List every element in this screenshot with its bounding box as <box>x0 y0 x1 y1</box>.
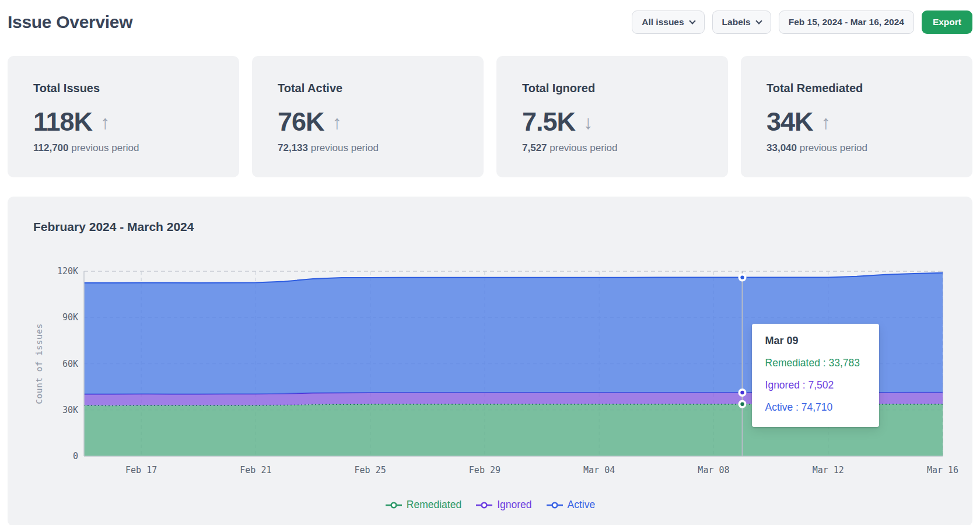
export-button[interactable]: Export <box>922 10 972 34</box>
stat-label: Total Remediated <box>766 82 947 95</box>
stat-previous-period: 33,040 previous period <box>766 142 947 154</box>
svg-text:Feb 25: Feb 25 <box>355 465 386 475</box>
svg-text:Mar 04: Mar 04 <box>583 465 615 475</box>
header-controls: All issues Labels Feb 15, 2024 - Mar 16,… <box>632 10 972 34</box>
legend-item-active[interactable]: Active <box>546 499 596 511</box>
stat-value: 76K <box>278 107 324 137</box>
date-range-picker[interactable]: Feb 15, 2024 - Mar 16, 2024 <box>779 10 914 34</box>
stat-previous-suffix: previous period <box>547 142 618 153</box>
svg-text:90K: 90K <box>62 312 78 323</box>
stat-previous-value: 112,700 <box>33 142 69 153</box>
stats-row: Total Issues 118K ↑ 112,700 previous per… <box>8 56 972 177</box>
stat-previous-value: 33,040 <box>766 142 797 153</box>
stat-previous-suffix: previous period <box>797 142 867 153</box>
legend-item-remediated[interactable]: Remediated <box>385 499 461 511</box>
svg-text:120K: 120K <box>57 266 78 276</box>
trend-up-icon: ↑ <box>821 113 831 132</box>
stat-card-total-active: Total Active 76K ↑ 72,133 previous perio… <box>252 56 484 177</box>
svg-text:60K: 60K <box>62 359 78 369</box>
stat-card-total-remediated: Total Remediated 34K ↑ 33,040 previous p… <box>741 56 972 177</box>
svg-text:30K: 30K <box>62 405 78 415</box>
legend-marker-icon <box>475 502 493 509</box>
stat-previous-value: 7,527 <box>522 142 547 153</box>
chart-tooltip: Mar 09 Remediated : 33,783 Ignored : 7,5… <box>752 324 879 427</box>
stat-card-total-issues: Total Issues 118K ↑ 112,700 previous per… <box>8 56 239 177</box>
legend-marker-icon <box>385 502 402 509</box>
date-range-label: Feb 15, 2024 - Mar 16, 2024 <box>789 17 904 27</box>
page-title: Issue Overview <box>8 12 132 32</box>
stat-previous-period: 72,133 previous period <box>278 142 458 154</box>
stat-label: Total Active <box>278 82 458 95</box>
tooltip-row: Ignored : 7,502 <box>765 379 866 391</box>
trend-up-icon: ↑ <box>332 113 342 132</box>
dashboard-page: Issue Overview All issues Labels Feb 15,… <box>0 0 980 525</box>
svg-text:0: 0 <box>73 451 78 461</box>
legend-label: Remediated <box>407 499 461 511</box>
all-issues-dropdown-label: All issues <box>642 17 684 27</box>
svg-text:Mar 12: Mar 12 <box>813 465 844 475</box>
stat-previous-suffix: previous period <box>69 142 139 153</box>
svg-text:Count of issues: Count of issues <box>34 323 44 404</box>
tooltip-row: Active : 74,710 <box>765 401 866 414</box>
trend-up-icon: ↑ <box>100 113 110 132</box>
legend-marker-icon <box>546 502 564 509</box>
trend-down-icon: ↓ <box>583 113 593 132</box>
legend-label: Active <box>568 499 596 511</box>
stat-previous-value: 72,133 <box>278 142 308 153</box>
issues-chart-card: February 2024 - March 2024 030K60K90K120… <box>8 197 972 525</box>
legend-item-ignored[interactable]: Ignored <box>475 499 531 511</box>
labels-dropdown[interactable]: Labels <box>712 10 771 34</box>
stat-label: Total Issues <box>33 82 214 95</box>
all-issues-dropdown[interactable]: All issues <box>632 10 704 34</box>
svg-text:Mar 16: Mar 16 <box>927 465 958 475</box>
svg-text:Mar 08: Mar 08 <box>698 465 729 475</box>
stat-value: 7.5K <box>522 107 575 137</box>
stat-previous-suffix: previous period <box>308 142 379 153</box>
tooltip-row: Remediated : 33,783 <box>765 357 866 369</box>
svg-text:Feb 17: Feb 17 <box>125 465 157 475</box>
chevron-down-icon <box>689 18 695 24</box>
legend-label: Ignored <box>497 499 531 511</box>
stat-previous-period: 7,527 previous period <box>522 142 702 154</box>
svg-text:Feb 29: Feb 29 <box>469 465 501 475</box>
chevron-down-icon <box>755 18 762 24</box>
stat-card-total-ignored: Total Ignored 7.5K ↓ 7,527 previous peri… <box>496 56 728 177</box>
stat-previous-period: 112,700 previous period <box>33 142 214 154</box>
tooltip-date: Mar 09 <box>765 335 866 347</box>
labels-dropdown-label: Labels <box>722 17 751 27</box>
chart-legend: Remediated Ignored Active <box>8 499 972 511</box>
svg-text:Feb 21: Feb 21 <box>240 465 271 475</box>
stat-value: 34K <box>766 107 813 137</box>
stat-label: Total Ignored <box>522 82 702 95</box>
top-bar: Issue Overview All issues Labels Feb 15,… <box>8 9 972 35</box>
stat-value: 118K <box>33 107 92 137</box>
